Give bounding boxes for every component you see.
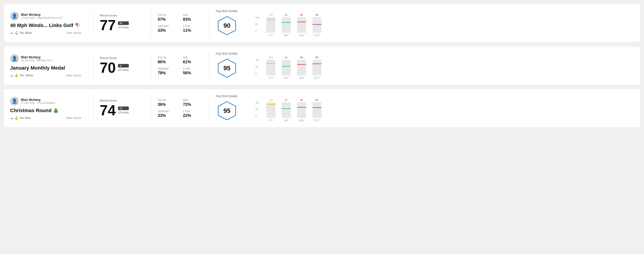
bar-line-app (282, 22, 291, 23)
stat-item-3-4: 1 Putt 22% (183, 110, 203, 118)
bar-x-label-putt: PUTT (314, 77, 320, 79)
bar-value-putt: 99 (316, 56, 318, 59)
stat-item-3-2: GIR 72% (183, 99, 203, 107)
stat-value-2-2: 61% (183, 60, 203, 64)
y-label-50: 50 (255, 66, 259, 68)
user-name-2: Blair McHarg (21, 55, 52, 59)
score-section-3: Round Score 74 +2 18 Holes (100, 99, 145, 118)
bar-group-arg: 95 ARG (297, 99, 306, 122)
stat-item-1-4: 1 Putt 11% (183, 24, 203, 33)
chart-section-3: 100 50 0 110 OTT 87 APP (252, 95, 634, 122)
data-source-1: Data: Arccos (66, 31, 82, 34)
user-row-2: 👤 Blair McHarg 29 Jan 2022 · Mill Ride G… (10, 54, 82, 63)
footer-row-1: ☁ ⛳ Tee: Black Data: Arccos (10, 31, 82, 34)
y-label-100: 100 (255, 16, 259, 19)
user-info-1: Blair McHarg 12 Feb 2022 · Royal North D… (21, 13, 62, 19)
stat-label-1-1: FW Hit (158, 13, 178, 17)
stat-label-3-2: GIR (183, 99, 203, 102)
hexagon-container-1: 90 (216, 14, 238, 37)
bar-group-ott: 110 OTT (266, 99, 276, 122)
chart-section-2: 100 50 0 101 OTT 86 APP (252, 52, 634, 79)
stat-value-1-3: 33% (158, 28, 178, 33)
score-row-3: 74 +2 18 Holes (100, 103, 145, 118)
footer-row-2: ☁ ⛳ Tee: Yellow Data: Arccos (10, 74, 82, 77)
stats-section-1: FW Hit 57% GIR 83% Up/Down 33% 1 Putt 11… (158, 13, 203, 33)
bar-line-putt (312, 24, 322, 25)
stat-item-2-1: FW Hit 86% (158, 56, 178, 64)
avatar-icon-2: 👤 (12, 56, 17, 61)
divider-left-2 (93, 52, 94, 80)
stat-label-3-1: FW Hit (158, 99, 178, 102)
round-title-2: January Monthly Medal (10, 65, 82, 71)
stat-item-1-1: FW Hit 57% (158, 13, 178, 22)
score-label-3: Round Score (100, 99, 145, 102)
tee-label-3: Tee: Blue (20, 117, 31, 120)
bar-fill-arg (297, 22, 306, 33)
bar-wrapper-app (282, 60, 291, 75)
stat-item-2-4: 1 Putt 56% (183, 67, 203, 75)
score-number-3: 74 (100, 103, 116, 118)
stat-item-3-3: Up/Down 33% (158, 110, 178, 118)
bar-fill-putt (312, 107, 322, 118)
bar-x-label-app: APP (284, 77, 288, 79)
bar-wrapper-putt (312, 102, 322, 118)
bar-group-putt: 93 PUTT (312, 99, 322, 122)
stat-label-2-4: 1 Putt (183, 67, 203, 70)
divider-right-2 (209, 52, 209, 80)
bar-line-arg (297, 64, 306, 65)
bar-value-ott: 107 (269, 13, 273, 16)
bar-value-ott: 110 (269, 99, 273, 101)
stat-item-1-3: Up/Down 33% (158, 24, 178, 33)
left-section-3: 👤 Blair McHarg 27 Dec 2021 · The Oxfords… (10, 97, 87, 120)
stat-label-1-4: 1 Putt (183, 24, 203, 28)
score-row-1: 77 +5 18 Holes (100, 18, 145, 32)
score-label-2: Round Score (100, 56, 145, 60)
stat-item-3-1: FW Hit 36% (158, 99, 178, 107)
bar-group-app: 87 APP (282, 99, 291, 122)
bar-x-label-ott: OTT (269, 77, 273, 79)
bar-value-app: 95 (285, 13, 288, 16)
bar-wrapper-putt (312, 17, 322, 33)
bar-x-label-app: APP (284, 34, 288, 37)
bar-wrapper-arg (297, 60, 306, 75)
bar-wrapper-ott (266, 102, 276, 118)
bar-group-arg: 96 ARG (297, 56, 306, 79)
stat-item-2-3: Up/Down 78% (158, 67, 178, 75)
bar-x-label-putt: PUTT (314, 119, 320, 122)
bar-fill-ott (266, 19, 276, 33)
stat-item-2-2: GIR 61% (183, 56, 203, 64)
bar-value-ott: 101 (269, 56, 273, 59)
round-title-3: Christmas Round 🎄 (10, 108, 82, 114)
stats-section-3: FW Hit 36% GIR 72% Up/Down 33% 1 Putt 22… (158, 99, 203, 118)
bar-x-label-arg: ARG (299, 34, 304, 37)
hex-score-1: 90 (223, 22, 230, 29)
bar-wrapper-arg (297, 17, 306, 33)
bar-wrapper-app (282, 102, 291, 118)
y-label-0: 0 (255, 30, 259, 32)
bar-line-ott (266, 19, 276, 20)
stat-label-3-4: 1 Putt (183, 110, 203, 113)
bar-value-app: 87 (285, 99, 288, 101)
bar-line-arg (297, 22, 306, 22)
y-label-0: 0 (255, 115, 259, 117)
avatar-icon-1: 👤 (12, 13, 17, 19)
stats-section-2: FW Hit 86% GIR 61% Up/Down 78% 1 Putt 56… (158, 56, 203, 75)
cloud-icon-2: ☁ (10, 74, 13, 77)
user-info-2: Blair McHarg 29 Jan 2022 · Mill Ride GCC (21, 55, 52, 62)
score-meta-3: +2 18 Holes (118, 107, 128, 114)
golf-icon-2: ⛳ (14, 74, 18, 77)
stat-value-1-4: 11% (183, 28, 203, 33)
score-row-2: 70 -2 18 Holes (100, 61, 145, 75)
stat-value-2-4: 56% (183, 71, 203, 75)
bar-wrapper-arg (297, 102, 306, 118)
bar-x-label-ott: OTT (269, 119, 273, 122)
bar-group-arg: 98 ARG (297, 13, 306, 37)
score-section-1: Round Score 77 +5 18 Holes (100, 14, 145, 32)
score-holes-3: 18 Holes (118, 111, 128, 114)
bar-line-app (282, 66, 291, 67)
score-badge-1: +5 (118, 21, 128, 25)
left-section-2: 👤 Blair McHarg 29 Jan 2022 · Mill Ride G… (10, 54, 87, 77)
stat-item-1-2: GIR 83% (183, 13, 203, 22)
avatar-icon-3: 👤 (12, 98, 17, 104)
user-row-1: 👤 Blair McHarg 12 Feb 2022 · Royal North… (10, 12, 82, 20)
